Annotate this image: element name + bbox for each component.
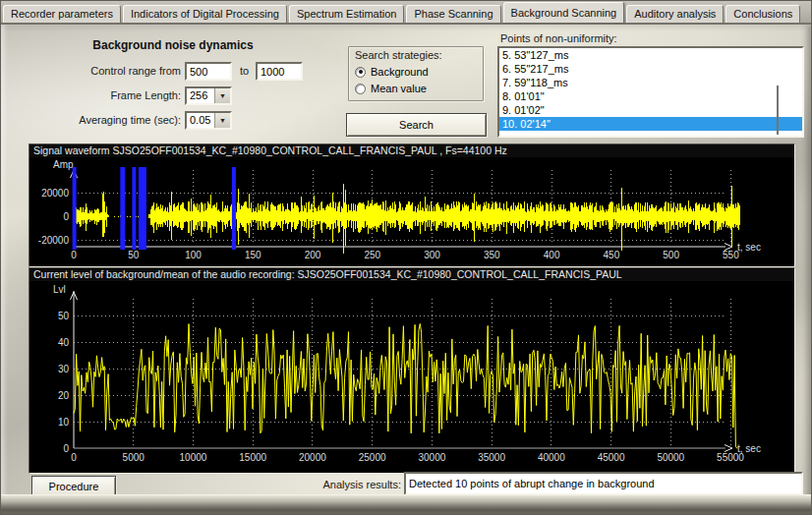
app-window: Recorder parametersIndicators of Digital… — [0, 0, 812, 515]
svg-text:25000: 25000 — [359, 452, 386, 463]
averaging-time-value: 0.05 — [187, 113, 214, 128]
averaging-time-label: Averaging time (sec): — [21, 114, 181, 126]
analysis-results-field[interactable] — [404, 472, 803, 495]
svg-text:5000: 5000 — [123, 452, 145, 463]
svg-text:300: 300 — [424, 250, 440, 260]
radio-label: Mean value — [371, 83, 427, 94]
svg-text:50000: 50000 — [657, 452, 684, 463]
svg-text:350: 350 — [484, 250, 500, 260]
svg-text:35000: 35000 — [478, 452, 505, 463]
list-item[interactable]: 7. 59"118_ms — [499, 76, 802, 89]
svg-text:40: 40 — [58, 337, 70, 348]
svg-text:50: 50 — [128, 250, 140, 260]
svg-text:10000: 10000 — [180, 452, 207, 463]
list-item[interactable]: 5. 53"127_ms — [499, 48, 802, 62]
tab-phase-scanning[interactable]: Phase Scanning — [406, 5, 500, 23]
scrollbar-thumb[interactable] — [777, 86, 779, 135]
radio-icon[interactable] — [355, 84, 366, 94]
radio-option-mean-value[interactable]: Mean value — [355, 83, 477, 94]
averaging-time-combo[interactable]: 0.05 ▼ — [185, 111, 232, 130]
svg-text:150: 150 — [245, 250, 261, 260]
svg-text:20000: 20000 — [41, 188, 69, 199]
frame-length-combo[interactable]: 256 ▼ — [185, 86, 232, 105]
tab-bar: Recorder parametersIndicators of Digital… — [1, 1, 811, 23]
svg-text:450: 450 — [604, 250, 620, 260]
svg-text:0: 0 — [63, 443, 69, 454]
list-item[interactable]: 9. 01'02" — [499, 103, 802, 117]
svg-text:400: 400 — [544, 250, 560, 260]
svg-text:45000: 45000 — [598, 452, 625, 463]
tab-conclusions[interactable]: Conclusions — [725, 5, 800, 23]
list-item[interactable]: 6. 55"217_ms — [499, 62, 802, 76]
svg-text:500: 500 — [663, 250, 679, 260]
svg-text:t, sec: t, sec — [737, 443, 761, 454]
svg-text:30: 30 — [58, 364, 70, 374]
analysis-results-label: Analysis results: — [296, 479, 401, 490]
svg-text:-20000: -20000 — [38, 235, 70, 246]
svg-text:30000: 30000 — [418, 452, 445, 463]
search-button[interactable]: Search — [346, 113, 487, 137]
svg-text:0: 0 — [63, 211, 69, 222]
waveform-plot: 050100150200250300350400450500550200000-… — [29, 157, 794, 266]
svg-text:100: 100 — [185, 250, 202, 260]
frame-length-value: 256 — [187, 88, 214, 103]
svg-text:15000: 15000 — [239, 452, 266, 463]
radio-option-background[interactable]: Background — [355, 66, 477, 78]
svg-text:20000: 20000 — [299, 452, 326, 463]
section-title: Background noise dynamics — [30, 38, 316, 52]
tab-spectrum-estimation[interactable]: Spectrum Estimation — [289, 5, 404, 23]
svg-text:10: 10 — [58, 417, 70, 428]
search-strategies-group: Search strategies: Background Mean value — [348, 46, 484, 101]
frame-length-label: Frame Length: — [21, 89, 181, 101]
svg-text:Amp: Amp — [53, 159, 74, 170]
svg-text:Lvl: Lvl — [53, 284, 66, 295]
to-label: to — [240, 65, 249, 77]
chevron-down-icon[interactable]: ▼ — [214, 88, 230, 103]
level-plot: 0500010000150002000025000300003500040000… — [29, 281, 794, 473]
waveform-chart-panel: Signal waveform SJSO25OFF001534_KC_#1098… — [29, 143, 795, 267]
search-strategies-label: Search strategies: — [355, 49, 477, 61]
svg-text:20: 20 — [58, 390, 70, 401]
range-from-input[interactable] — [185, 62, 232, 81]
level-chart-panel: Current level of background/mean of the … — [29, 267, 795, 474]
radio-icon[interactable] — [355, 67, 366, 78]
tab-recorder-parameters[interactable]: Recorder parameters — [3, 5, 121, 23]
points-of-non-uniformity-list[interactable]: 5. 53"127_ms6. 55"217_ms7. 59"118_ms8. 0… — [497, 46, 804, 138]
list-item[interactable]: 8. 01'01" — [499, 89, 802, 103]
svg-text:t, sec: t, sec — [737, 242, 761, 253]
control-range-label: Control range from — [21, 65, 181, 77]
chevron-down-icon[interactable]: ▼ — [214, 113, 230, 128]
tab-indicators-of-digital-processing[interactable]: Indicators of Digital Processing — [123, 5, 287, 23]
svg-text:50: 50 — [58, 311, 70, 321]
list-item[interactable]: 10. 02'14" — [499, 117, 802, 131]
svg-text:0: 0 — [71, 250, 77, 260]
svg-text:250: 250 — [364, 250, 380, 260]
radio-label: Background — [371, 66, 429, 78]
range-to-input[interactable] — [256, 62, 303, 81]
main-panel: Background noise dynamics Control range … — [1, 23, 811, 514]
window-bottom-edge — [1, 494, 811, 514]
tab-auditory-analysis[interactable]: Auditory analysis — [626, 5, 724, 23]
tab-background-scanning[interactable]: Background Scanning — [503, 2, 625, 23]
svg-text:40000: 40000 — [538, 452, 565, 463]
points-list-label: Points of non-uniformity: — [500, 32, 617, 44]
svg-text:0: 0 — [71, 452, 77, 463]
svg-text:200: 200 — [305, 250, 321, 260]
waveform-chart-title: Signal waveform SJSO25OFF001534_KC_#1098… — [29, 144, 794, 157]
level-chart-title: Current level of background/mean of the … — [29, 268, 794, 281]
